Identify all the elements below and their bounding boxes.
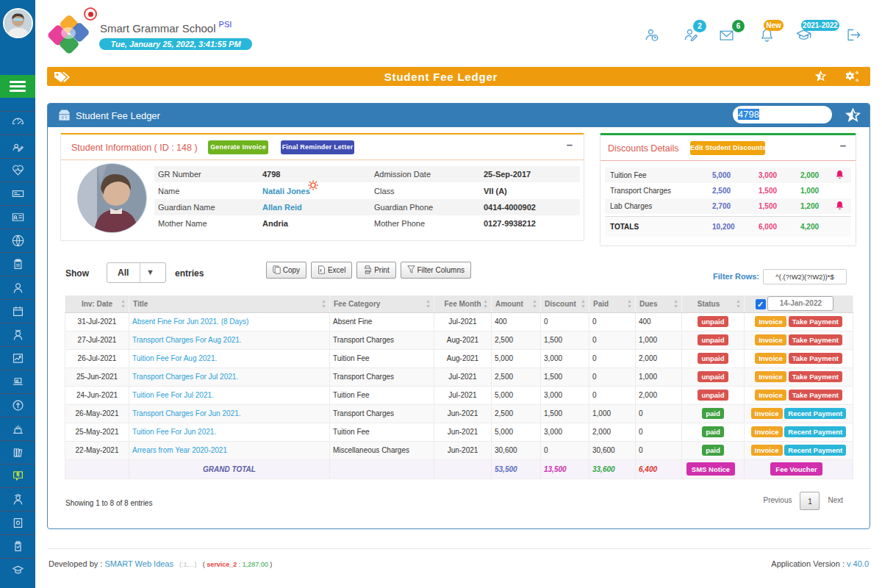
svg-text:$: $ xyxy=(63,115,65,120)
